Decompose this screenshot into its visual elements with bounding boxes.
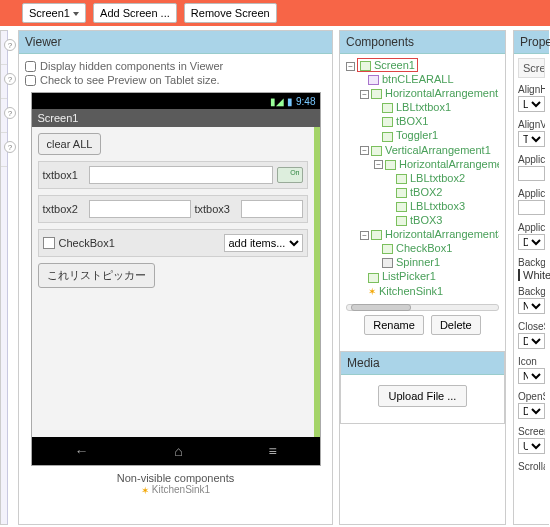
caret-down-icon	[73, 12, 79, 16]
add-screen-button[interactable]: Add Screen ...	[93, 3, 177, 23]
properties-target: Screen1	[518, 58, 545, 78]
back-icon[interactable]: ←	[74, 443, 88, 459]
label-txtbox3: txtbox3	[195, 203, 237, 215]
tree-node[interactable]: tBOX3	[410, 214, 442, 226]
horizontal-arrangement-3: CheckBox1 add items...	[38, 229, 308, 257]
kitchensink-icon: ✶	[368, 286, 376, 297]
recent-icon[interactable]: ≡	[268, 443, 276, 459]
palette-strip: ? ? ? ?	[0, 30, 8, 525]
prop-label: Icon	[518, 356, 545, 367]
tree-node[interactable]: Spinner1	[396, 256, 440, 268]
non-visible-components: Non-visible components ✶KitchenSink1	[25, 466, 326, 506]
prop-label: CloseScreenAnimation	[518, 321, 545, 332]
clock: 9:48	[296, 96, 315, 107]
tree-scrollbar[interactable]	[346, 304, 499, 311]
screen-dropdown[interactable]: Screen1	[22, 3, 86, 23]
help-icon[interactable]: ?	[4, 107, 16, 119]
horizontal-arrangement-2: txtbox2 txtbox3	[38, 195, 308, 223]
remove-screen-button[interactable]: Remove Screen	[184, 3, 277, 23]
textbox-2[interactable]	[89, 200, 191, 218]
prop-label: AlignHorizontal	[518, 84, 545, 95]
collapse-icon[interactable]: −	[360, 146, 369, 155]
collapse-icon[interactable]: −	[346, 62, 355, 71]
status-bar: ▮◢ ▮ 9:48	[32, 93, 320, 109]
media-panel: Media Upload File ...	[340, 351, 505, 424]
textbox-3[interactable]	[241, 200, 303, 218]
prop-label: ApplicationStyle	[518, 222, 545, 233]
color-swatch-icon	[518, 269, 520, 281]
tree-node[interactable]: ListPicker1	[382, 270, 436, 282]
prop-label: BackgroundColor	[518, 257, 545, 268]
prop-label: ApplicationPackage	[518, 188, 545, 199]
tree-node[interactable]: VerticalArrangement1	[385, 144, 491, 156]
close-anim-select[interactable]: Default	[518, 333, 545, 349]
properties-panel: Properties Screen1 AlignHorizontal Left …	[513, 30, 549, 525]
prop-label: AlignVertical	[518, 119, 545, 130]
tree-node[interactable]: HorizontalArrangement3	[385, 228, 499, 240]
icon-select[interactable]: None...	[518, 368, 545, 384]
tablet-preview-checkbox[interactable]: Check to see Preview on Tablet size.	[25, 74, 326, 86]
tree-node[interactable]: Toggler1	[396, 129, 438, 141]
open-anim-select[interactable]: Default	[518, 403, 545, 419]
phone-preview: ▮◢ ▮ 9:48 Screen1 clear ALL txtbox1 txtb…	[31, 92, 321, 466]
label-txtbox1: txtbox1	[43, 169, 85, 181]
collapse-icon[interactable]: −	[374, 160, 383, 169]
rename-button[interactable]: Rename	[364, 315, 424, 335]
delete-button[interactable]: Delete	[431, 315, 481, 335]
toggler[interactable]	[277, 167, 303, 183]
tree-node[interactable]: CheckBox1	[396, 242, 452, 254]
signal-icon: ▮	[287, 96, 293, 107]
tree-node[interactable]: tBOX2	[410, 186, 442, 198]
tree-node[interactable]: LBLtxtbox3	[410, 200, 465, 212]
background-image-select[interactable]: None...	[518, 298, 545, 314]
tree-node-screen1[interactable]: Screen1	[357, 58, 418, 72]
app-bar: Screen1	[32, 109, 320, 127]
spinner-1[interactable]: add items...	[224, 234, 303, 252]
checkbox-1[interactable]	[43, 237, 55, 249]
clear-all-button[interactable]: clear ALL	[38, 133, 102, 155]
application-package-input[interactable]	[518, 200, 545, 215]
prop-label: Scrollable	[518, 461, 545, 472]
prop-label: ScreenOrientation	[518, 426, 545, 437]
textbox-1[interactable]	[89, 166, 273, 184]
viewer-title: Viewer	[19, 31, 332, 54]
android-navbar: ← ⌂ ≡	[32, 437, 320, 465]
components-panel: Components −Screen1 btnCLEARALL −Horizon…	[339, 30, 506, 525]
wifi-icon: ▮◢	[270, 96, 284, 107]
list-picker-button[interactable]: これリストピッカー	[38, 263, 155, 288]
tree-node[interactable]: HorizontalArrangement	[399, 158, 499, 170]
prop-label: ApplicationName	[518, 154, 545, 165]
help-icon[interactable]: ?	[4, 73, 16, 85]
home-icon[interactable]: ⌂	[174, 443, 182, 459]
display-hidden-checkbox[interactable]: Display hidden components in Viewer	[25, 60, 326, 72]
tree-node[interactable]: KitchenSink1	[379, 285, 443, 297]
tree-node[interactable]: btnCLEARALL	[382, 73, 454, 85]
prop-label: BackgroundImage	[518, 286, 545, 297]
components-title: Components	[340, 31, 505, 54]
tree-node[interactable]: tBOX1	[396, 115, 428, 127]
label-txtbox2: txtbox2	[43, 203, 85, 215]
properties-title: Properties	[514, 31, 549, 54]
collapse-icon[interactable]: −	[360, 231, 369, 240]
collapse-icon[interactable]: −	[360, 90, 369, 99]
component-tree[interactable]: −Screen1 btnCLEARALL −HorizontalArrangem…	[346, 58, 499, 298]
help-icon[interactable]: ?	[4, 141, 16, 153]
orientation-select[interactable]: Unspecified	[518, 438, 545, 454]
tree-node[interactable]: HorizontalArrangement1	[385, 87, 499, 99]
upload-file-button[interactable]: Upload File ...	[378, 385, 468, 407]
prop-label: OpenScreenAnimation	[518, 391, 545, 402]
tree-node[interactable]: LBLtxtbox1	[396, 101, 451, 113]
help-icon[interactable]: ?	[4, 39, 16, 51]
align-horizontal-select[interactable]: Left	[518, 96, 545, 112]
screen-dropdown-label: Screen1	[29, 7, 70, 19]
tree-node[interactable]: LBLtxtbox2	[410, 172, 465, 184]
background-color-picker[interactable]: White	[518, 269, 545, 281]
application-name-input[interactable]	[518, 166, 545, 181]
viewer-panel: Viewer Display hidden components in View…	[18, 30, 333, 525]
nonvis-item[interactable]: KitchenSink1	[152, 484, 210, 495]
align-vertical-select[interactable]: Top	[518, 131, 545, 147]
media-title: Media	[341, 352, 504, 375]
horizontal-arrangement-1: txtbox1	[38, 161, 308, 189]
checkbox-label: CheckBox1	[59, 237, 115, 249]
application-style-select[interactable]: Default	[518, 234, 545, 250]
